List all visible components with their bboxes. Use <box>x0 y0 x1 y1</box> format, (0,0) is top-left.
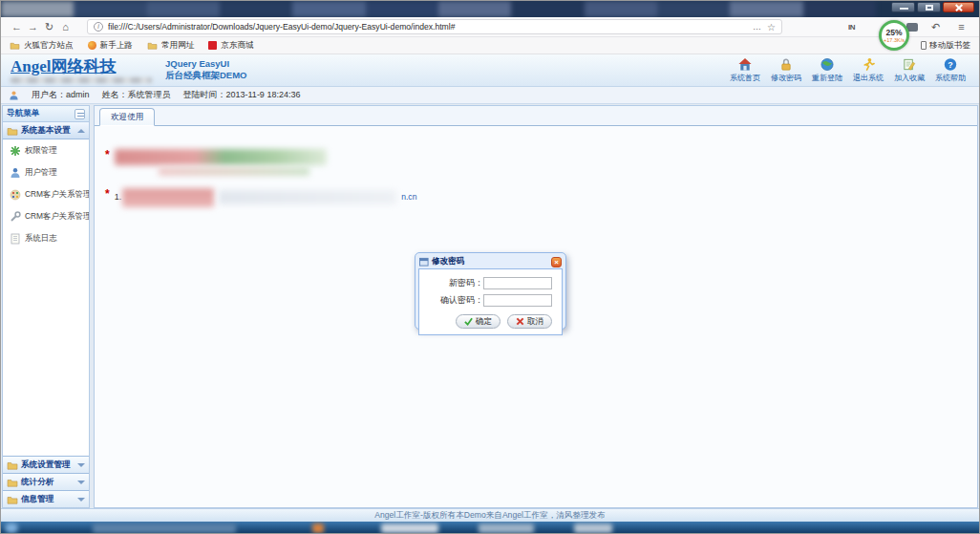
folder-icon <box>7 126 18 136</box>
new-password-row: 新密码： <box>429 277 552 289</box>
required-marker: * <box>105 149 110 160</box>
sidebar-item-label: CRM客户关系管理系统 <box>25 189 89 200</box>
line2-domain-link[interactable]: n.cn <box>401 188 416 205</box>
cancel-label: 取消 <box>527 316 543 328</box>
header-actions: 系统首页 修改密码 重新登陆 退出系统 加入收藏 ? 系统帮助 <box>730 57 969 83</box>
bookmark-item-common-sites[interactable]: 常用网址 <box>147 40 194 52</box>
folder-icon <box>7 460 18 470</box>
confirm-password-input[interactable] <box>483 294 552 307</box>
login-time-value: 登陆时间：2013-11-9 18:24:36 <box>183 89 301 101</box>
home-button[interactable]: ⌂ <box>57 20 74 34</box>
browser-tabstrip-blurred[interactable] <box>1 1 876 17</box>
x-icon <box>516 317 524 326</box>
jd-icon <box>208 41 217 50</box>
phone-icon <box>921 41 927 50</box>
check-icon <box>464 317 473 326</box>
action-label: 修改密码 <box>771 73 801 83</box>
accordion-panel-system-settings-mgmt[interactable]: 系统设置管理 <box>3 456 89 473</box>
exit-system-button[interactable]: 退出系统 <box>853 57 884 83</box>
forward-button[interactable]: → <box>25 20 41 34</box>
chevron-down-icon <box>77 498 85 502</box>
url-overflow-icon[interactable]: … <box>753 22 762 32</box>
sidebar-item-crm-system-2[interactable]: CRM客户关系管理系统 <box>3 205 89 227</box>
url-bar[interactable]: i file:///C:/Users/Administrator/Downloa… <box>87 19 782 34</box>
bookmark-star-icon[interactable]: ☆ <box>767 22 776 32</box>
dialog-title: 修改密码 <box>432 256 464 267</box>
add-favorite-button[interactable]: 加入收藏 <box>894 57 925 83</box>
sidebar-item-crm-system-1[interactable]: CRM客户关系管理系统 <box>3 183 89 205</box>
bookmark-label: 新手上路 <box>100 40 133 52</box>
bookmarks-bar: 火狐官方站点 新手上路 常用网址 京东商城 移动版书签 <box>1 37 979 54</box>
network-speed-badge[interactable]: 25% +17.3K/s <box>879 20 909 51</box>
change-password-button[interactable]: 修改密码 <box>771 57 801 83</box>
back-button[interactable]: ← <box>9 20 25 34</box>
site-subtitle: JQuery EasyUI 后台经典框架DEMO <box>165 58 247 81</box>
accordion-panel-system-basic-settings[interactable]: 系统基本设置 <box>3 122 89 139</box>
bookmark-item-firefox-official[interactable]: 火狐官方站点 <box>10 40 74 52</box>
start-orb-blurred[interactable] <box>5 523 18 533</box>
sidebar-item-system-log[interactable]: 系统日志 <box>3 227 89 249</box>
redacted-text-block <box>219 190 396 204</box>
sidebar-item-label: CRM客户关系管理系统 <box>25 211 89 222</box>
page-info-icon[interactable]: i <box>94 22 103 32</box>
maximize-icon <box>926 5 933 11</box>
action-label: 系统帮助 <box>935 73 966 83</box>
sidebar-item-permission-mgmt[interactable]: 权限管理 <box>3 139 89 161</box>
user-info-bar: 用户名：admin 姓名：系统管理员 登陆时间：2013-11-9 18:24:… <box>1 87 979 104</box>
log-icon <box>10 233 21 245</box>
accordion-panel-info-mgmt[interactable]: 信息管理 <box>3 490 89 507</box>
window-close-button[interactable] <box>943 2 974 12</box>
tab-welcome[interactable]: 欢迎使用 <box>99 108 155 126</box>
url-text[interactable]: file:///C:/Users/Administrator/Downloads… <box>108 22 748 32</box>
sidebar-title-bar: 导航菜单 <box>3 106 89 122</box>
cancel-button[interactable]: 取消 <box>507 314 552 329</box>
window-maximize-button[interactable] <box>917 2 941 12</box>
ok-label: 确定 <box>476 316 492 328</box>
taskbar-icon-blurred <box>381 523 438 533</box>
sidebar-item-label: 权限管理 <box>25 145 57 156</box>
new-password-label: 新密码： <box>449 277 483 289</box>
redacted-line-2: * 1. n.cn <box>105 188 977 207</box>
download-manager-extension-icon[interactable]: IN <box>848 23 855 32</box>
site-footer: Angel工作室-版权所有本Demo来自Angel工作室，清风整理发布 <box>1 508 979 522</box>
sidebar-item-user-mgmt[interactable]: 用户管理 <box>3 161 89 183</box>
mobile-bookmarks[interactable]: 移动版书签 <box>921 40 970 52</box>
tab-label: 欢迎使用 <box>111 112 143 123</box>
redacted-text-block <box>122 188 214 207</box>
undo-arrow-icon[interactable]: ↶ <box>927 20 944 34</box>
window-minimize-button[interactable] <box>891 2 915 12</box>
relogin-button[interactable]: 重新登陆 <box>812 57 842 83</box>
chevron-down-icon <box>77 481 85 484</box>
redacted-text-block <box>115 149 327 176</box>
permission-icon <box>10 145 21 157</box>
bookmark-item-jd[interactable]: 京东商城 <box>208 40 253 52</box>
user-name-value: 用户名：admin <box>32 89 90 101</box>
sidebar-item-label: 系统日志 <box>25 233 57 244</box>
wrench-icon <box>10 211 21 223</box>
folder-icon <box>7 478 18 487</box>
system-home-button[interactable]: 系统首页 <box>730 57 760 83</box>
taskbar-icons-blurred <box>93 523 236 533</box>
favorite-note-icon <box>901 57 918 72</box>
user-icon <box>10 167 21 179</box>
dialog-buttons: 确定 取消 <box>429 314 552 329</box>
subtitle-line2: 后台经典框架DEMO <box>165 70 247 81</box>
sidebar: 导航菜单 系统基本设置 权限管理 用户管理 CRM客户 <box>2 105 90 508</box>
windows-taskbar[interactable] <box>1 522 979 533</box>
bookmark-label: 京东商城 <box>221 40 253 52</box>
logo-cn: 网络科技 <box>52 57 117 75</box>
dialog-titlebar[interactable]: 修改密码 × <box>418 255 563 268</box>
bookmark-item-getting-started[interactable]: 新手上路 <box>88 40 133 52</box>
close-icon <box>944 3 973 11</box>
hamburger-menu-icon[interactable]: ≡ <box>953 20 969 34</box>
mobile-bookmarks-label: 移动版书签 <box>929 40 970 52</box>
accordion-panel-statistics[interactable]: 统计分析 <box>3 473 89 490</box>
ok-button[interactable]: 确定 <box>456 314 501 329</box>
speed-percent: 25% <box>885 29 902 37</box>
new-password-input[interactable] <box>483 277 552 289</box>
system-help-button[interactable]: ? 系统帮助 <box>935 57 966 83</box>
dialog-close-button[interactable]: × <box>551 257 562 267</box>
redacted-line-1: * <box>105 149 977 176</box>
reload-button[interactable]: ↻ <box>41 20 57 34</box>
sidebar-collapse-button[interactable] <box>75 109 85 119</box>
